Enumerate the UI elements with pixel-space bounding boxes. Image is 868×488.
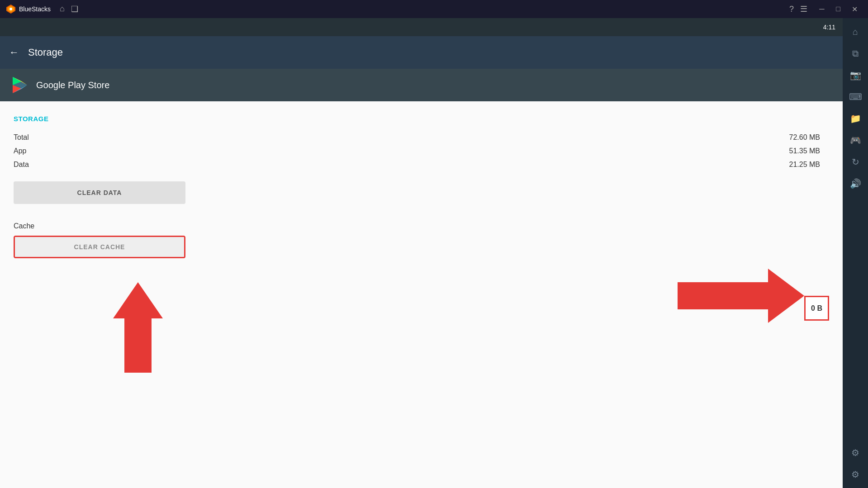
play-store-icon [9, 75, 29, 95]
sidebar-icon-folder[interactable]: 📁 [845, 109, 865, 128]
sidebar-icon-keyboard[interactable]: ⌨ [845, 87, 865, 107]
arrow-up-annotation [113, 282, 163, 373]
android-status-bar: 4:11 [0, 18, 843, 36]
app-header: Google Play Store [0, 69, 843, 101]
help-icon[interactable]: ? [789, 5, 794, 14]
maximize-button[interactable]: □ [830, 3, 846, 15]
total-row: Total 72.60 MB [14, 133, 829, 142]
minimize-button[interactable]: ─ [814, 3, 830, 15]
app-row: App 51.35 MB [14, 147, 829, 155]
android-screen: 4:11 ← Storage Google Play Store [0, 18, 843, 488]
sidebar-icon-home[interactable]: ⌂ [845, 22, 865, 42]
storage-content: Storage Total 72.60 MB App 51.35 MB Data… [0, 101, 843, 488]
storage-section-title: Storage [14, 115, 829, 123]
layers-icon[interactable]: ❑ [71, 4, 78, 14]
sidebar-icon-layers[interactable]: ⧉ [845, 43, 865, 63]
data-value: 21.25 MB [789, 161, 820, 169]
close-button[interactable]: ✕ [846, 3, 863, 15]
app-name: Google Play Store [36, 80, 109, 90]
bluestacks-window: BlueStacks ⌂ ❑ ? ☰ ─ □ ✕ 4:11 ← S [0, 0, 868, 488]
data-row: Data 21.25 MB [14, 161, 829, 169]
arrow-up-head [113, 282, 163, 318]
right-sidebar: ⌂ ⧉ 📷 ⌨ 📁 🎮 ↻ 🔊 ⚙ ⚙ [843, 18, 868, 488]
back-button[interactable]: ← [9, 47, 19, 58]
home-icon[interactable]: ⌂ [60, 4, 65, 14]
app-label: App [14, 147, 26, 155]
title-bar-logo: BlueStacks [5, 4, 51, 14]
bluestacks-logo-icon [5, 4, 16, 14]
clear-data-button[interactable]: CLEAR DATA [14, 181, 185, 204]
arrow-right-head [768, 269, 804, 323]
cache-section: Cache CLEAR CACHE [14, 222, 829, 258]
clear-cache-button[interactable]: CLEAR CACHE [14, 236, 185, 258]
arrow-up-shaft [124, 318, 152, 373]
storage-rows: Total 72.60 MB App 51.35 MB Data 21.25 M… [14, 133, 829, 169]
sidebar-icon-settings2[interactable]: ⚙ [845, 464, 865, 484]
status-bar-time: 4:11 [823, 24, 835, 31]
cache-size-badge: 0 B [804, 296, 829, 321]
sidebar-icon-settings[interactable]: ⚙ [845, 443, 865, 463]
android-top-bar: ← Storage [0, 36, 843, 69]
cache-size-value: 0 B [811, 304, 822, 313]
svg-point-2 [9, 8, 12, 10]
cache-label: Cache [14, 222, 829, 230]
data-label: Data [14, 161, 29, 169]
sidebar-icon-rotate[interactable]: ↻ [845, 152, 865, 172]
sidebar-icon-gamepad[interactable]: 🎮 [845, 130, 865, 150]
total-label: Total [14, 133, 29, 142]
title-bar-nav-icons: ⌂ ❑ [60, 4, 78, 14]
arrow-right-shaft [678, 282, 768, 309]
app-value: 51.35 MB [789, 147, 820, 155]
total-value: 72.60 MB [789, 133, 820, 142]
sidebar-icon-camera[interactable]: 📷 [845, 65, 865, 85]
content-area: 4:11 ← Storage Google Play Store [0, 18, 868, 488]
arrow-right-annotation [678, 269, 804, 323]
window-controls: ─ □ ✕ [814, 3, 863, 15]
screen-title: Storage [28, 47, 63, 58]
menu-icon[interactable]: ☰ [800, 4, 807, 14]
title-bar: BlueStacks ⌂ ❑ ? ☰ ─ □ ✕ [0, 0, 868, 18]
app-title: BlueStacks [19, 5, 51, 13]
title-bar-right: ? ☰ ─ □ ✕ [789, 3, 863, 15]
sidebar-icon-volume[interactable]: 🔊 [845, 174, 865, 194]
